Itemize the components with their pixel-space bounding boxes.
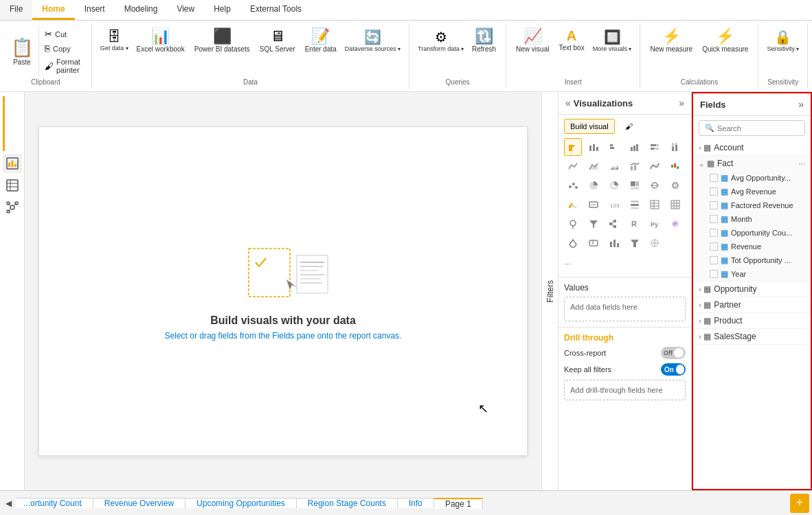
new-measure-button[interactable]: ⚡ New measure <box>646 26 697 56</box>
month-checkbox[interactable] <box>710 215 718 223</box>
fields-search-box[interactable]: 🔍 <box>699 120 805 136</box>
slicer-icon[interactable] <box>626 196 644 214</box>
filled-map-icon[interactable] <box>666 176 684 194</box>
factored-revenue-checkbox[interactable] <box>710 201 718 209</box>
report-canvas[interactable]: Build visuals with your data Select or d… <box>38 126 528 456</box>
viz-collapse-button[interactable]: « <box>565 98 571 108</box>
format-painter-button[interactable]: 🖌 Format painter <box>42 56 83 76</box>
tab-revenue-overview[interactable]: Revenue Overview <box>93 498 185 508</box>
more-viz-button[interactable]: ··· <box>564 255 686 273</box>
line-stacked-icon[interactable] <box>626 157 644 175</box>
treemap-icon[interactable] <box>626 176 644 194</box>
100-stacked-bar-icon[interactable] <box>646 138 664 156</box>
field-item-avg-revenue[interactable]: ▦ Avg Revenue <box>693 185 811 198</box>
field-item-tot-opportunity[interactable]: ▦ Tot Opportunity ... <box>693 253 811 267</box>
tab-help[interactable]: Help <box>204 0 240 20</box>
100-stacked-column-icon[interactable] <box>666 138 684 156</box>
field-group-account-header[interactable]: › ▦ Account <box>693 140 811 155</box>
year-checkbox[interactable] <box>710 270 718 278</box>
format-visual-tab[interactable]: 🖌 <box>619 119 639 134</box>
cross-report-toggle[interactable]: Off <box>661 347 686 359</box>
fact-more-button[interactable]: ··· <box>798 159 805 168</box>
viz-expand-button[interactable]: » <box>679 98 684 108</box>
avg-revenue-checkbox[interactable] <box>710 187 718 196</box>
enter-data-button[interactable]: 📝 Enter data <box>301 26 341 56</box>
tab-page-1[interactable]: Page 1 <box>434 498 483 509</box>
field-item-opportunity-count[interactable]: ▦ Opportunity Cou... <box>693 226 811 240</box>
tab-home[interactable]: Home <box>32 0 74 20</box>
build-visual-tab[interactable]: Build visual <box>564 119 615 134</box>
keep-filters-toggle[interactable]: On <box>661 363 686 376</box>
more-visuals-button[interactable]: 🔲 More visuals <box>590 26 635 55</box>
table-viz-icon[interactable] <box>646 196 664 214</box>
stacked-column-icon[interactable] <box>585 138 602 156</box>
qa-visual-icon[interactable]: ? <box>585 234 602 252</box>
copy-button[interactable]: ⎘ Copy <box>42 42 83 55</box>
text-filter-icon[interactable] <box>585 215 602 233</box>
field-item-year[interactable]: ▦ Year <box>693 267 811 281</box>
sensitivity-button[interactable]: 🔒 Sensitivity <box>764 26 802 55</box>
custom-viz-icon[interactable] <box>646 234 664 252</box>
clustered-bar-icon[interactable] <box>605 138 623 156</box>
field-group-salesstage-header[interactable]: › ▦ SalesStage <box>693 329 811 344</box>
refresh-button[interactable]: 🔃 Refresh <box>468 26 500 56</box>
paste-button[interactable]: 📋 Paste <box>5 26 39 77</box>
tab-region-stage-counts[interactable]: Region Stage Counts <box>297 498 398 508</box>
get-data-button[interactable]: 🗄 Get data <box>98 26 131 54</box>
fields-search-input[interactable] <box>717 124 799 133</box>
kpi-icon[interactable]: 123 <box>605 196 623 214</box>
smart-narrative-icon[interactable] <box>666 215 684 233</box>
tot-opportunity-checkbox[interactable] <box>710 256 718 264</box>
donut-icon[interactable] <box>605 176 623 194</box>
stacked-area-icon[interactable] <box>605 157 623 175</box>
funnel-icon[interactable] <box>626 234 644 252</box>
field-group-fact-header[interactable]: ⌄ ▦ Fact ··· <box>693 156 811 171</box>
model-view-icon[interactable] <box>3 198 22 217</box>
field-group-product-header[interactable]: › ▦ Product <box>693 313 811 328</box>
azure-map-icon[interactable] <box>564 215 582 233</box>
add-page-button[interactable]: + <box>790 494 809 513</box>
shape-map-icon[interactable] <box>564 234 582 252</box>
filters-panel[interactable]: Filters <box>541 92 558 490</box>
field-group-opportunity-header[interactable]: › ▦ Opportunity <box>693 282 811 297</box>
scroll-left-button[interactable]: ◀ <box>0 491 16 515</box>
tab-file[interactable]: File <box>0 0 32 20</box>
revenue-checkbox[interactable] <box>710 242 718 251</box>
bar-chart2-icon[interactable] <box>605 234 623 252</box>
scatter-icon[interactable] <box>564 176 582 194</box>
tab-modeling[interactable]: Modeling <box>115 0 168 20</box>
python-icon[interactable]: Py <box>646 215 664 233</box>
canvas-area[interactable]: Build visuals with your data Select or d… <box>25 92 541 490</box>
avg-opportunity-checkbox[interactable] <box>710 174 718 182</box>
report-view-icon[interactable] <box>3 154 22 173</box>
map-icon[interactable] <box>646 176 664 194</box>
tab-info[interactable]: Info <box>398 498 434 508</box>
waterfall-icon[interactable] <box>666 157 684 175</box>
line-chart-icon[interactable] <box>564 157 582 175</box>
dataverse-button[interactable]: 🔄 Dataverse sources <box>342 26 403 55</box>
tab-view[interactable]: View <box>167 0 204 20</box>
clustered-column-icon[interactable] <box>626 138 644 156</box>
card-icon[interactable] <box>585 196 602 214</box>
field-item-month[interactable]: ▦ Month <box>693 212 811 226</box>
r-visual-icon[interactable]: R <box>626 215 644 233</box>
field-group-partner-header[interactable]: › ▦ Partner <box>693 297 811 312</box>
opportunity-count-checkbox[interactable] <box>710 229 718 237</box>
data-view-icon[interactable] <box>3 176 22 195</box>
tab-opportunity-count[interactable]: ...ortunity Count <box>16 498 93 508</box>
matrix-icon[interactable] <box>666 196 684 214</box>
area-chart-icon[interactable] <box>585 157 602 175</box>
power-bi-datasets-button[interactable]: ⬛ Power BI datasets <box>190 26 254 56</box>
cut-button[interactable]: ✂ Cut <box>42 27 83 41</box>
gauge-icon[interactable] <box>564 196 582 214</box>
values-drop-zone[interactable]: Add data fields here <box>564 297 686 321</box>
sql-server-button[interactable]: 🖥 SQL Server <box>256 26 300 56</box>
fields-expand-button[interactable]: » <box>798 99 804 110</box>
quick-measure-button[interactable]: ⚡ Quick measure <box>698 26 752 56</box>
decomp-tree-icon[interactable] <box>605 215 623 233</box>
stacked-bar-icon[interactable] <box>564 138 582 156</box>
new-visual-button[interactable]: 📈 New visual <box>512 26 553 56</box>
field-item-revenue[interactable]: ▦ Revenue <box>693 240 811 253</box>
drill-drop-zone[interactable]: Add drill-through fields here <box>564 380 686 400</box>
excel-button[interactable]: 📊 Excel workbook <box>133 26 189 56</box>
